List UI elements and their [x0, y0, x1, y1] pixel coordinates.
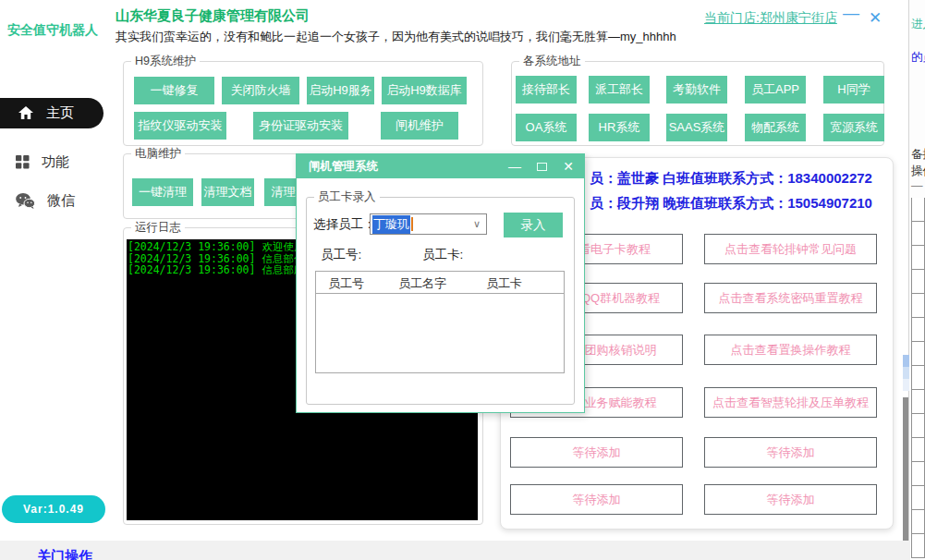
- background-window-fragment: 备搜: [911, 147, 925, 163]
- background-scrollbar[interactable]: [903, 397, 908, 541]
- footer-strip: [0, 541, 910, 560]
- sys-button-wupei[interactable]: 物配系统: [745, 114, 806, 141]
- version-badge: Var:1.0.49: [2, 495, 105, 523]
- dialog-maximize-icon[interactable]: [529, 154, 554, 178]
- select-employee-label: 选择员工：: [313, 216, 376, 233]
- background-window-strip: 进入 的员 备搜 操作 —: [908, 0, 925, 560]
- h9-button-repair[interactable]: 一键修复: [134, 77, 214, 104]
- h9-button-idcard-driver[interactable]: 身份证驱动安装: [253, 112, 348, 140]
- sys-button-kuanyuan[interactable]: 宽源系统: [823, 114, 884, 141]
- background-cell: [903, 379, 909, 391]
- background-window-fragment: 进入: [911, 17, 925, 32]
- close-door-section-title: 关门操作: [37, 548, 92, 560]
- window-minimize-icon[interactable]: —: [843, 4, 859, 23]
- chevron-down-icon: ∨: [473, 218, 481, 230]
- sys-button-dispatch[interactable]: 派工部长: [589, 76, 650, 103]
- employee-card-entry-group: 员工卡录入 选择员工： 丁璇玑 ∨ 录入 员工号: 员工卡: 员工号 员工名字 …: [306, 197, 575, 405]
- table-header-row: 员工号 员工名字 员工卡: [316, 272, 564, 294]
- background-window-fragment: —: [911, 179, 923, 192]
- h9-button-database[interactable]: 启动H9数据库: [382, 77, 467, 104]
- sidebar-item-label: 功能: [42, 153, 69, 171]
- background-cell-selected: [903, 355, 909, 367]
- pc-button-clean-docs[interactable]: 清理文档: [201, 178, 254, 206]
- group-h9-maintenance: H9系统维护 一键修复 关闭防火墙 启动H9服务 启动H9数据库 指纹仪驱动安装…: [123, 61, 483, 146]
- guide-button-password-reset[interactable]: 点击查看系统密码重置教程: [704, 283, 877, 313]
- gate-management-dialog: 闸机管理系统 — ✕ 员工卡录入 选择员工： 丁璇玑 ∨ 录入 员工号: 员工卡…: [296, 153, 585, 413]
- col-employee-card: 员工卡: [486, 275, 522, 292]
- sidebar-item-home[interactable]: 主页: [0, 98, 103, 128]
- employee-card-table[interactable]: 员工号 员工名字 员工卡: [315, 271, 565, 373]
- group-title: 运行日志: [131, 220, 185, 236]
- sidebar-item-wechat[interactable]: 微信: [0, 189, 103, 213]
- employee-card-label: 员工卡:: [422, 247, 463, 263]
- h9-button-service[interactable]: 启动H9服务: [307, 77, 374, 104]
- group-system-addresses: 各系统地址 接待部长 派工部长 考勤软件 员工APP H同学 OA系统 HR系统…: [511, 61, 884, 146]
- company-title: 山东华夏良子健康管理有限公司: [116, 7, 310, 25]
- h9-button-fingerprint[interactable]: 指纹仪驱动安装: [134, 112, 226, 140]
- wechat-icon: [16, 193, 35, 209]
- col-employee-no: 员工号: [328, 275, 364, 292]
- maximize-glyph: [537, 163, 547, 171]
- sys-button-oa[interactable]: OA系统: [516, 114, 577, 141]
- background-window-fragment: 操作: [911, 164, 925, 179]
- guide-button-placeholder[interactable]: 等待添加: [510, 484, 683, 515]
- employee-select-value: 丁璇玑: [372, 215, 410, 234]
- app-title: 安全值守机器人: [7, 22, 98, 39]
- sys-button-saas[interactable]: SAAS系统: [666, 114, 727, 141]
- guide-button-swap-ops[interactable]: 点击查看置换操作教程: [704, 335, 877, 365]
- background-window-fragment: 的员: [911, 50, 925, 66]
- sys-button-kaoqin[interactable]: 考勤软件: [666, 76, 727, 103]
- group-title: 各系统地址: [519, 54, 585, 69]
- group-title: 员工卡录入: [314, 189, 380, 205]
- home-icon: [18, 106, 33, 120]
- sys-button-hr[interactable]: HR系统: [589, 114, 650, 141]
- sidebar-item-label: 微信: [47, 192, 75, 210]
- employee-no-label: 员工号:: [321, 247, 361, 263]
- dialog-minimize-icon[interactable]: —: [503, 154, 527, 178]
- group-title: H9系统维护: [131, 54, 200, 69]
- guide-button-placeholder[interactable]: 等待添加: [704, 437, 877, 468]
- guide-button-placeholder[interactable]: 等待添加: [704, 484, 877, 515]
- h9-button-gate[interactable]: 闸机维护: [381, 112, 458, 140]
- sidebar-item-label: 主页: [46, 104, 74, 122]
- sys-button-hclass[interactable]: H同学: [823, 76, 884, 103]
- current-store-link[interactable]: 当前门店:郑州康宁街店: [704, 10, 837, 27]
- dialog-close-icon[interactable]: ✕: [556, 154, 580, 178]
- enter-button[interactable]: 录入: [504, 213, 563, 237]
- grid-icon: [16, 155, 30, 169]
- h9-button-firewall[interactable]: 关闭防火墙: [222, 77, 299, 104]
- sys-button-reception[interactable]: 接待部长: [516, 76, 577, 103]
- employee-select[interactable]: 丁璇玑 ∨: [370, 213, 487, 235]
- text-caret: [411, 217, 413, 231]
- guide-button-placeholder[interactable]: 等待添加: [510, 437, 683, 468]
- background-cell: [903, 367, 909, 379]
- night-duty-contact: 员：段升翔 晚班值班联系方式：15054907210: [590, 195, 872, 213]
- day-duty-contact: 员：盖世豪 白班值班联系方式：18340002272: [590, 170, 872, 188]
- guide-button-smart-lunpai[interactable]: 点击查看智慧轮排及压单教程: [704, 387, 877, 418]
- col-employee-name: 员工名字: [398, 275, 446, 292]
- sidebar-item-features[interactable]: 功能: [0, 150, 103, 174]
- group-title: 电脑维护: [131, 146, 185, 162]
- guide-button-lunpai-faq[interactable]: 点击查看轮排钟常见问题: [704, 234, 877, 264]
- pc-button-clean[interactable]: 一键清理: [132, 178, 193, 206]
- app-window: 安全值守机器人 主页 功能 微信 Var:1.0.49 山东华夏良子健康管理有限…: [0, 0, 925, 560]
- motto-text: 其实我们蛮幸运的，没有和鲍比一起追一个女孩子，因为他有美式的说唱技巧，我们毫无胜…: [116, 29, 676, 45]
- sys-button-empapp[interactable]: 员工APP: [745, 76, 806, 103]
- dialog-title: 闸机管理系统: [309, 159, 378, 175]
- window-close-icon[interactable]: ✕: [869, 8, 882, 28]
- background-table-cells: [911, 198, 925, 558]
